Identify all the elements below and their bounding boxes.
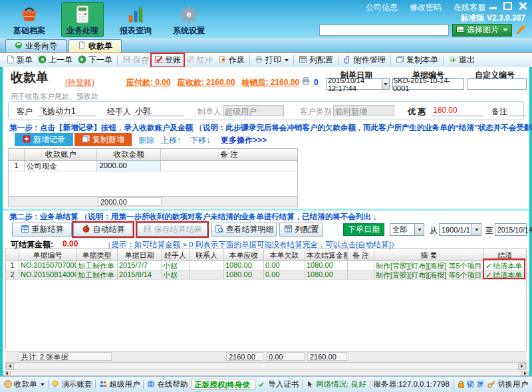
chevron-down-icon[interactable] xyxy=(414,224,424,235)
customer-field[interactable]: 飞扬动力1 xyxy=(38,105,96,116)
row-handler[interactable]: 小赵 xyxy=(162,261,190,270)
header-account[interactable]: 收款账户 xyxy=(25,149,98,160)
status-lock-screen[interactable]: 锁 屏 xyxy=(457,379,484,389)
row-settled[interactable]: ✓结清本单 xyxy=(484,270,526,280)
banner-image-input[interactable] xyxy=(319,25,449,36)
table-row[interactable]: 1 NO.201507070001 加工制作单 2015/7/7 小赵 1080… xyxy=(6,261,526,270)
table-row[interactable]: 2 NO.201508140001 加工制作单 2015/8/14 小赵 108… xyxy=(6,270,526,280)
status-user[interactable]: 超级用户 xyxy=(99,379,140,389)
to-date-combo[interactable]: 2015/10/14 xyxy=(495,223,527,236)
header-doc-date[interactable]: 单据日期 xyxy=(118,249,162,260)
move-up-link[interactable]: 上移↑ xyxy=(161,135,181,146)
status-online-help[interactable]: 在线帮助 xyxy=(147,379,188,389)
row-settle-amount[interactable]: 1080.00 xyxy=(305,270,348,280)
header-note[interactable]: 备 注 xyxy=(348,249,374,260)
change-password-link[interactable]: 修改密码 xyxy=(410,2,442,13)
row-amount[interactable]: 2000.00 xyxy=(97,161,161,171)
row-receivable[interactable]: 1080.00 xyxy=(224,270,264,280)
chevron-down-icon[interactable] xyxy=(471,224,481,235)
pick-image-button[interactable]: 选择图片 xyxy=(452,24,512,37)
row-contact[interactable] xyxy=(190,270,224,280)
panel-horizontal-scrollbar[interactable] xyxy=(3,371,529,376)
close-icon[interactable] xyxy=(518,2,527,10)
handler-field[interactable]: 小郭 xyxy=(134,105,184,116)
note-field[interactable] xyxy=(509,105,527,116)
header-doc-type[interactable]: 单据类型 xyxy=(76,249,118,260)
settle-column-config-button[interactable]: 列配置 xyxy=(279,223,323,237)
from-date-combo[interactable]: 1900/1/1 xyxy=(439,223,481,236)
status-account-set[interactable]: 演示账套 xyxy=(51,379,92,389)
row-summary[interactable]: 制作[背胶][灯布][海报] 等5个项目 xyxy=(374,261,484,270)
column-config-button[interactable]: 列配置 xyxy=(296,54,336,66)
header-summary[interactable]: 摘 要 xyxy=(374,249,484,260)
nav-report-query[interactable]: 报表查询 xyxy=(114,2,157,37)
row-note[interactable] xyxy=(161,161,297,171)
switch-user-button[interactable]: 切换用户 xyxy=(487,379,528,389)
row-doc-type[interactable]: 加工制作单 xyxy=(76,270,118,280)
nav-base-archives[interactable]: 基础档案 xyxy=(8,2,51,37)
scroll-left-icon[interactable] xyxy=(6,363,14,369)
header-amount[interactable]: 收款金额 xyxy=(97,149,161,160)
print-button[interactable]: 打印 xyxy=(252,54,291,66)
status-doc-type[interactable]: 收款单 xyxy=(4,379,45,389)
header-handler[interactable]: 经手人 xyxy=(162,249,190,260)
copy-doc-button[interactable]: 复制本单 xyxy=(393,54,441,66)
tab-receipt-form[interactable]: 收款单 xyxy=(68,39,122,52)
row-account[interactable]: 公司现金 xyxy=(25,161,98,171)
status-import-cert[interactable]: ✔ 导入证书 xyxy=(259,379,299,389)
post-button[interactable]: 登账 xyxy=(152,54,184,66)
row-owed[interactable]: 0.00 xyxy=(264,261,305,270)
panel-splitter[interactable] xyxy=(3,209,529,211)
header-owed[interactable]: 本单欠款 xyxy=(264,249,305,260)
docno-field[interactable]: SKD-2015-10-14-0001 xyxy=(392,78,464,90)
online-service-link[interactable]: 在线客服 xyxy=(454,2,485,13)
scroll-right-icon[interactable] xyxy=(518,363,526,369)
header-doc-no[interactable]: 单据编号 xyxy=(19,249,76,260)
company-info-link[interactable]: 公司信息 xyxy=(366,2,398,13)
filter-all-combo[interactable]: 全部 xyxy=(390,223,424,236)
discount-field[interactable]: 160.00 xyxy=(432,105,483,116)
nav-system-settings[interactable]: 系统设置 xyxy=(168,2,210,37)
scroll-left-icon[interactable] xyxy=(3,371,11,376)
header-settle-amount[interactable]: 本次结算金额 xyxy=(305,249,348,260)
row-doc-no[interactable]: NO.201508140001 xyxy=(19,270,76,280)
print-count[interactable]: 0 xyxy=(301,76,319,88)
header-settled[interactable]: 结清 xyxy=(484,249,526,260)
copy-add-button[interactable]: 复制新增 xyxy=(74,133,132,146)
new-doc-button[interactable]: 新单 xyxy=(3,54,35,66)
row-owed[interactable]: 0.00 xyxy=(264,270,305,280)
header-contact[interactable]: 联系人 xyxy=(190,249,224,260)
more-actions-link[interactable]: 更多操作>>> xyxy=(221,135,267,146)
order-date-button[interactable]: 下单日期 xyxy=(343,223,384,236)
row-doc-type[interactable]: 加工制作单 xyxy=(76,261,118,270)
prev-doc-button[interactable]: 上一单 xyxy=(35,54,75,66)
row-handler[interactable]: 小赵 xyxy=(162,270,190,280)
exit-button[interactable]: 退出 xyxy=(446,54,477,66)
customno-field[interactable] xyxy=(467,78,527,90)
delete-row-link[interactable]: 删除 xyxy=(138,135,154,146)
maximize-icon[interactable] xyxy=(503,2,512,10)
table-row[interactable]: 1 公司现金 2000.00 xyxy=(9,161,297,171)
header-receivable[interactable]: 本单应收 xyxy=(224,249,264,260)
horn-icon[interactable] xyxy=(515,23,527,37)
scroll-right-icon[interactable] xyxy=(521,371,529,376)
row-doc-date[interactable]: 2015/8/14 xyxy=(118,270,162,280)
row-settle-amount[interactable]: 1080.00 xyxy=(305,261,348,270)
nav-business-processing[interactable]: 业务处理 xyxy=(61,2,104,37)
auto-settle-button[interactable]: 自动结算 xyxy=(73,223,133,237)
row-receivable[interactable]: 1080.00 xyxy=(224,261,264,270)
table-horizontal-scrollbar[interactable] xyxy=(5,362,527,370)
row-doc-date[interactable]: 2015/7/7 xyxy=(118,261,162,270)
next-doc-button[interactable]: 下一单 xyxy=(75,54,115,66)
date-combo[interactable]: 2015/10/14 12:17:44 xyxy=(326,78,390,90)
row-note[interactable] xyxy=(348,261,374,270)
row-contact[interactable] xyxy=(190,261,224,270)
resettle-button[interactable]: 重新结算 xyxy=(12,223,72,237)
view-settle-detail-button[interactable]: 查看结算明细 xyxy=(211,223,277,237)
minimize-icon[interactable] xyxy=(489,2,497,10)
row-note[interactable] xyxy=(348,270,374,280)
chevron-down-icon[interactable] xyxy=(382,79,389,89)
header-note[interactable]: 备 注 xyxy=(161,149,297,160)
add-record-button[interactable]: 新增记录 xyxy=(15,133,73,146)
void-button[interactable]: 作废 xyxy=(215,54,247,66)
